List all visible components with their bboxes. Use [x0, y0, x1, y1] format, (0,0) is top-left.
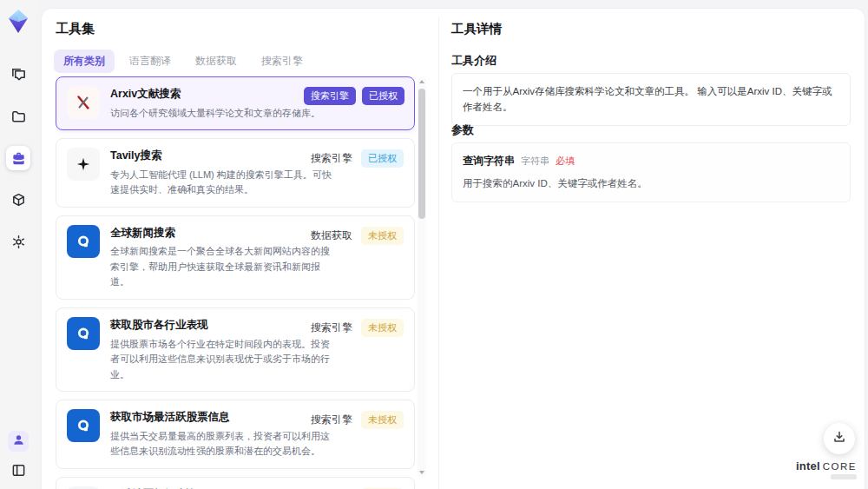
chat-icon [10, 67, 27, 83]
app-sidebar [0, 0, 36, 489]
arxiv-logo-icon [67, 86, 100, 119]
category-label: 搜索引擎 [311, 151, 352, 166]
sidebar-item-chat[interactable] [6, 63, 30, 87]
tool-card-region-news[interactable]: 万维地区新闻查询 查询具体行政区划内的新闻，快速了解各地新闻动 搜索引擎 未授权 [56, 477, 415, 489]
tool-card-arxiv[interactable]: Arxiv文献搜索 访问各个研究领域大量科学论文和文章的存储库。 搜索引擎 已授… [56, 76, 415, 130]
param-type: 字符串 [521, 155, 549, 168]
download-button[interactable] [824, 423, 855, 454]
user-avatar-icon [12, 433, 25, 450]
status-badge: 未授权 [361, 411, 404, 429]
tab-language-translation[interactable]: 语言翻译 [120, 50, 181, 73]
page-title: 工具集 [56, 21, 95, 37]
intel-logo-subtext [831, 474, 857, 479]
tool-description: 提供股票市场各个行业在特定时间段内的表现。投资者可以利用这些信息来识别表现优于或… [110, 337, 332, 383]
tab-all-categories[interactable]: 所有类别 [54, 50, 115, 73]
status-badge: 未授权 [361, 227, 404, 245]
status-badge: 已授权 [362, 87, 404, 105]
param-box: 查询字符串 字符串 必填 用于搜索的Arxiv ID、关键字或作者姓名。 [451, 142, 851, 202]
collapse-panel-button[interactable] [8, 459, 29, 480]
collapse-panel-icon [11, 463, 26, 478]
panel-divider [438, 17, 439, 489]
params-heading: 参数 [451, 122, 474, 138]
sidebar-item-files[interactable] [6, 104, 30, 129]
list-scrollbar[interactable] [418, 76, 426, 478]
category-label: 搜索引擎 [311, 413, 352, 427]
status-badge: 未授权 [361, 319, 404, 337]
param-name: 查询字符串 [463, 154, 515, 169]
intro-heading: 工具介绍 [451, 53, 496, 69]
app-logo[interactable] [6, 9, 30, 35]
core-wordmark: core [823, 462, 857, 472]
scrollbar-thumb[interactable] [418, 89, 425, 219]
tool-description: 提供当天交易量最高的股票列表，投资者可以利用这些信息来识别流动性强的股票和潜在的… [110, 429, 332, 459]
tavily-star-icon [67, 148, 100, 181]
intro-text-box: 一个用于从Arxiv存储库搜索科学论文和文章的工具。 输入可以是Arxiv ID… [451, 73, 851, 126]
sidebar-item-toolbox[interactable] [6, 146, 30, 170]
intel-core-logo: intel core [796, 460, 857, 480]
param-description: 用于搜索的Arxiv ID、关键字或作者姓名。 [463, 176, 839, 191]
detail-title: 工具详情 [451, 21, 502, 37]
sidebar-nav [6, 63, 30, 254]
category-tabs: 所有类别 语言翻译 数据获取 搜索引擎 [54, 50, 312, 73]
tool-card-active-stocks[interactable]: 获取市场最活跃股票信息 提供当天交易量最高的股票列表，投资者可以利用这些信息来识… [56, 400, 415, 469]
sidebar-bottom [8, 431, 29, 480]
param-required-flag: 必填 [556, 155, 575, 168]
download-icon [832, 430, 846, 447]
category-badge: 搜索引擎 [304, 87, 356, 105]
toolbox-icon [10, 150, 27, 167]
intel-wordmark: intel [796, 460, 820, 472]
sidebar-item-settings[interactable] [6, 229, 30, 254]
tool-card-global-news[interactable]: 全球新闻搜索 全球新闻搜索是一个聚合全球各大新闻网站内容的搜索引擎，帮助用户快速… [56, 215, 415, 300]
tab-data-fetch[interactable]: 数据获取 [186, 50, 247, 73]
tool-list: Arxiv文献搜索 访问各个研究领域大量科学论文和文章的存储库。 搜索引擎 已授… [56, 76, 415, 489]
category-label: 搜索引擎 [311, 320, 352, 335]
tool-card-stock-sector[interactable]: 获取股市各行业表现 提供股票市场各个行业在特定时间段内的表现。投资者可以利用这些… [56, 307, 415, 392]
blue-data-api-icon [67, 225, 100, 258]
blue-data-api-icon [67, 409, 100, 442]
tool-detail-panel: 工具详情 工具介绍 一个用于从Arxiv存储库搜索科学论文和文章的工具。 输入可… [451, 9, 851, 489]
user-avatar[interactable] [8, 431, 29, 452]
blue-data-api-icon [67, 317, 100, 350]
sidebar-item-plugins[interactable] [6, 188, 30, 212]
folder-icon [10, 109, 27, 125]
scroll-down-arrow-icon[interactable] [419, 471, 424, 474]
tool-card-tavily[interactable]: Tavily搜索 专为人工智能代理 (LLM) 构建的搜索引擎工具。可快速提供实… [56, 138, 415, 208]
tab-search-engine[interactable]: 搜索引擎 [252, 50, 312, 73]
intro-text: 一个用于从Arxiv存储库搜索科学论文和文章的工具。 输入可以是Arxiv ID… [463, 86, 832, 112]
tool-description: 专为人工智能代理 (LLM) 构建的搜索引擎工具。可快速提供实时、准确和真实的结… [110, 168, 332, 198]
category-label: 数据获取 [311, 228, 352, 243]
status-badge: 已授权 [361, 149, 404, 168]
tool-description: 访问各个研究领域大量科学论文和文章的存储库。 [110, 106, 371, 122]
main-content: 工具集 所有类别 语言翻译 数据获取 搜索引擎 Arxiv文献搜索 访问各个研究… [42, 9, 865, 489]
cube-icon [10, 192, 27, 208]
tool-description: 全球新闻搜索是一个聚合全球各大新闻网站内容的搜索引擎，帮助用户快速获取全球最新资… [110, 244, 332, 290]
scroll-up-arrow-icon[interactable] [419, 80, 424, 83]
settings-gear-icon [10, 234, 27, 250]
